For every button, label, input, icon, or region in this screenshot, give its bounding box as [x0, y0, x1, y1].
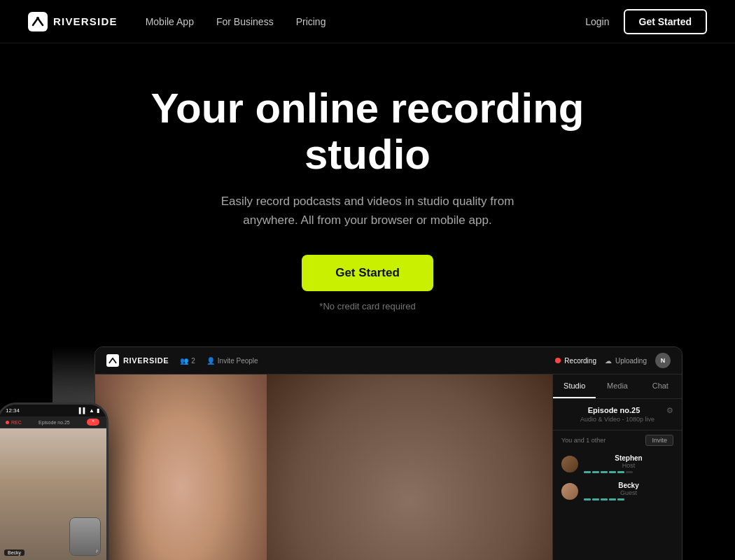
video-left-panel: [95, 374, 267, 560]
phone-participant-name: Becky: [4, 550, 24, 556]
tab-media[interactable]: Media: [596, 374, 638, 398]
mobile-phone-mockup: 12:34 ▌▌ ▲ ▮ REC Episode no.25 ✕: [0, 402, 108, 560]
becky-dot-1: [584, 498, 591, 500]
hero-section: Your online recording studio Easily reco…: [0, 43, 735, 560]
becky-info: Becky Guest: [584, 482, 673, 500]
video-right-panel: Stephen: [267, 374, 552, 560]
navbar: RIVERSIDE Mobile App For Business Pricin…: [0, 0, 735, 43]
participants-count: 2: [191, 357, 195, 365]
nav-brand-text: RIVERSIDE: [53, 15, 118, 27]
phone-pip-video: ♪: [69, 517, 101, 556]
phone-rec-bar: REC Episode no.25 ✕: [0, 416, 106, 428]
upload-icon: ☁: [605, 357, 612, 365]
nav-logo[interactable]: RIVERSIDE: [28, 12, 118, 31]
stephen-name: Stephen: [584, 454, 673, 462]
stephen-upload-progress: [584, 471, 673, 473]
phone-rec-badge: REC: [6, 420, 22, 425]
titlebar-logo: RIVERSIDE: [106, 354, 169, 367]
stephen-info: Stephen Host: [584, 454, 673, 473]
phone-rec-dot: [6, 421, 9, 424]
invite-icon: 👤: [206, 357, 215, 365]
becky-name: Becky: [584, 482, 673, 489]
upload-dot-3: [601, 471, 608, 473]
participant-row-becky: Becky Guest: [553, 477, 682, 505]
nav-get-started-button[interactable]: Get Started: [624, 9, 707, 34]
nav-for-business[interactable]: For Business: [216, 16, 274, 27]
wifi-icon: ▲: [89, 407, 94, 414]
episode-gear-icon[interactable]: ⚙: [666, 406, 673, 415]
becky-role: Guest: [584, 489, 673, 496]
invite-label: Invite People: [218, 357, 258, 365]
user-avatar: N: [655, 353, 671, 368]
phone-end-call-button[interactable]: ✕: [87, 419, 99, 426]
titlebar-participants: 👥 2: [180, 357, 195, 365]
episode-section: ⚙ Episode no.25 Audio & Video - 1080p li…: [553, 399, 682, 430]
upload-dot-6: [626, 471, 633, 473]
episode-subtitle: Audio & Video - 1080p live: [561, 416, 673, 423]
becky-upload-progress: [584, 498, 673, 500]
phone-rec-label: REC: [11, 420, 22, 425]
tab-studio[interactable]: Studio: [553, 374, 596, 398]
hero-subtitle: Easily record podcasts and videos in stu…: [206, 192, 528, 230]
svg-point-0: [36, 17, 39, 20]
nav-login-button[interactable]: Login: [585, 16, 609, 27]
battery-icon: ▮: [97, 407, 99, 414]
nav-pricing[interactable]: Pricing: [296, 16, 326, 27]
recording-label: Recording: [564, 357, 596, 365]
participant-left-video: [95, 374, 267, 560]
upload-dot-2: [592, 471, 599, 473]
phone-video-area: ♪ Becky: [0, 428, 106, 560]
recording-dot-icon: [555, 358, 561, 363]
titlebar-brand-text: RIVERSIDE: [123, 356, 169, 365]
phone-status-bar: 12:34 ▌▌ ▲ ▮: [0, 405, 106, 416]
becky-dot-5: [617, 498, 624, 500]
sidebar-panel: Studio Media Chat ⚙ Episode no.25 Audio …: [552, 374, 682, 560]
hero-cta-button[interactable]: Get Started: [302, 255, 433, 291]
invite-button[interactable]: Invite: [645, 435, 673, 446]
stephen-avatar: [561, 456, 578, 472]
riverside-logo-icon: [28, 12, 48, 31]
upload-dot-4: [609, 471, 616, 473]
upload-dot-1: [584, 471, 591, 473]
becky-dot-3: [601, 498, 608, 500]
recording-badge: Recording: [555, 357, 596, 365]
episode-title: Episode no.25: [561, 406, 673, 414]
participant-right-video: [267, 374, 552, 560]
sidebar-tabs: Studio Media Chat: [553, 374, 682, 399]
phone-time: 12:34: [6, 407, 20, 414]
phone-episode-label: Episode no.25: [38, 420, 70, 425]
signal-icon: ▌▌: [79, 407, 87, 414]
participants-icon: 👥: [180, 357, 188, 365]
nav-right: Login Get Started: [585, 9, 707, 34]
becky-avatar: [561, 483, 578, 500]
upload-dot-5: [617, 471, 624, 473]
titlebar-logo-icon: [106, 354, 119, 367]
titlebar-invite[interactable]: 👤 Invite People: [206, 357, 258, 365]
nav-mobile-app[interactable]: Mobile App: [146, 16, 194, 27]
phone-status-icons: ▌▌ ▲ ▮: [79, 407, 99, 414]
phone-pip-mic-icon: ♪: [96, 548, 99, 553]
becky-dot-2: [592, 498, 599, 500]
titlebar-left: RIVERSIDE 👥 2 👤 Invite People: [106, 354, 258, 367]
nav-links: Mobile App For Business Pricing: [146, 16, 586, 27]
tab-chat[interactable]: Chat: [639, 374, 682, 398]
stephen-role: Host: [584, 462, 673, 469]
participants-count-label: You and 1 other: [561, 437, 606, 444]
desktop-titlebar: RIVERSIDE 👥 2 👤 Invite People Recording: [95, 347, 682, 374]
participants-header: You and 1 other Invite: [553, 430, 682, 450]
hero-no-cc-label: *No credit card required: [28, 301, 707, 312]
becky-dot-4: [609, 498, 616, 500]
uploading-badge: ☁ Uploading: [605, 357, 647, 365]
video-area: Stephen: [95, 374, 552, 560]
uploading-label: Uploading: [615, 357, 647, 365]
participant-row-stephen: Stephen Host: [553, 450, 682, 477]
desktop-app-mockup: RIVERSIDE 👥 2 👤 Invite People Recording: [94, 346, 682, 560]
desktop-content: Stephen Studio Media Chat ⚙ Episode no.2…: [95, 374, 682, 560]
hero-title: Your online recording studio: [105, 85, 630, 178]
app-screenshot-area: 12:34 ▌▌ ▲ ▮ REC Episode no.25 ✕: [52, 346, 682, 560]
titlebar-right: Recording ☁ Uploading N: [555, 353, 671, 368]
